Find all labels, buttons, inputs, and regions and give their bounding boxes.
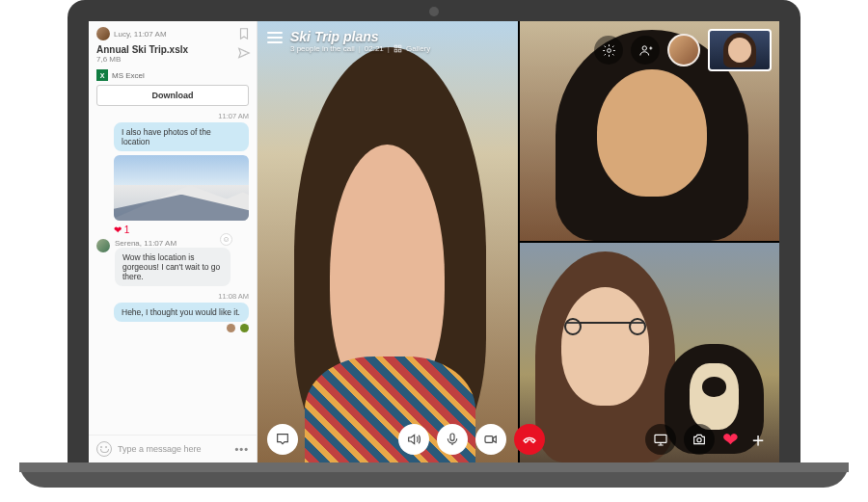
chat-pane: Lucy, 11:07 AM Annual Ski Trip.xslx 7,6 … <box>89 21 258 462</box>
timestamp: 11:08 AM <box>96 292 249 301</box>
camera-button[interactable] <box>475 424 506 455</box>
gear-icon <box>602 43 616 58</box>
photo-camera-icon <box>692 432 707 447</box>
app-screen: Lucy, 11:07 AM Annual Ski Trip.xslx 7,6 … <box>89 21 779 462</box>
message-input[interactable]: Type a message here <box>118 444 229 454</box>
hangup-icon <box>522 432 537 447</box>
screen-share-icon <box>653 432 668 447</box>
sender-meta: Serena, 11:07 AM <box>115 239 231 248</box>
share-icon[interactable] <box>237 46 251 60</box>
file-size: 7,6 MB <box>96 55 249 64</box>
laptop-frame: Lucy, 11:07 AM Annual Ski Trip.xslx 7,6 … <box>68 0 800 472</box>
svg-rect-1 <box>398 45 401 48</box>
seen-avatar <box>240 324 249 332</box>
download-button[interactable]: Download <box>96 85 249 106</box>
call-subtitle: 3 people in the call| 02:21| Gallery <box>290 44 430 53</box>
avatar[interactable] <box>96 27 110 40</box>
reaction-heart-button[interactable]: ❤ <box>722 428 739 451</box>
svg-rect-8 <box>655 435 666 442</box>
svg-rect-3 <box>398 49 401 52</box>
camera-icon <box>483 432 499 447</box>
file-type: MS Excel <box>112 71 145 80</box>
screen-share-button[interactable] <box>645 424 676 455</box>
mountain-photo <box>114 155 249 221</box>
snapshot-button[interactable] <box>684 424 715 455</box>
svg-point-9 <box>697 438 701 442</box>
speaker-button[interactable] <box>398 424 429 455</box>
grid-icon <box>393 44 402 53</box>
photo-attachment[interactable] <box>114 155 249 221</box>
chat-toggle-button[interactable] <box>267 424 298 455</box>
settings-button[interactable] <box>594 36 623 65</box>
message-in[interactable]: Wow this location is gorgeous! I can't w… <box>115 248 231 286</box>
add-participant-button[interactable] <box>631 36 660 65</box>
seen-indicators <box>96 324 249 334</box>
svg-rect-7 <box>485 436 493 443</box>
more-button[interactable]: ••• <box>234 443 249 455</box>
video-tile-main[interactable] <box>258 21 518 462</box>
participant-avatar[interactable] <box>667 34 700 66</box>
message-out[interactable]: I also have photos of the location <box>114 122 249 151</box>
end-call-button[interactable] <box>514 424 545 455</box>
sender-meta: Lucy, 11:07 AM <box>114 30 167 39</box>
svg-point-5 <box>642 45 646 49</box>
mic-icon <box>445 432 460 447</box>
message-out[interactable]: Hehe, I thought you would like it. <box>114 303 249 322</box>
file-name: Annual Ski Trip.xslx <box>96 44 249 55</box>
react-button[interactable]: ☺ <box>220 233 232 246</box>
seen-avatar <box>227 324 235 332</box>
self-view-pip[interactable] <box>708 29 772 71</box>
svg-rect-6 <box>450 434 454 440</box>
chat-bubble-icon <box>275 432 290 447</box>
speaker-icon <box>406 432 421 447</box>
video-grid: Ski Trip plans 3 people in the call| 02:… <box>258 21 779 462</box>
mic-button[interactable] <box>437 424 468 455</box>
chat-composer: Type a message here ••• <box>89 435 257 462</box>
svg-rect-2 <box>394 49 397 52</box>
avatar[interactable] <box>96 239 110 252</box>
person-plus-icon <box>638 43 653 58</box>
svg-rect-0 <box>394 45 397 48</box>
menu-icon[interactable] <box>267 32 283 43</box>
excel-icon: X <box>96 69 108 81</box>
add-button[interactable]: ＋ <box>746 427 770 453</box>
file-attachment: Annual Ski Trip.xslx 7,6 MB X MS Excel D… <box>96 44 249 106</box>
laptop-base <box>19 462 849 488</box>
webcam-dot <box>429 7 439 16</box>
svg-point-4 <box>607 48 610 52</box>
timestamp: 11:07 AM <box>96 112 249 120</box>
bookmark-icon[interactable] <box>237 27 251 40</box>
emoji-icon[interactable] <box>96 441 112 457</box>
call-title: Ski Trip plans <box>290 29 430 44</box>
